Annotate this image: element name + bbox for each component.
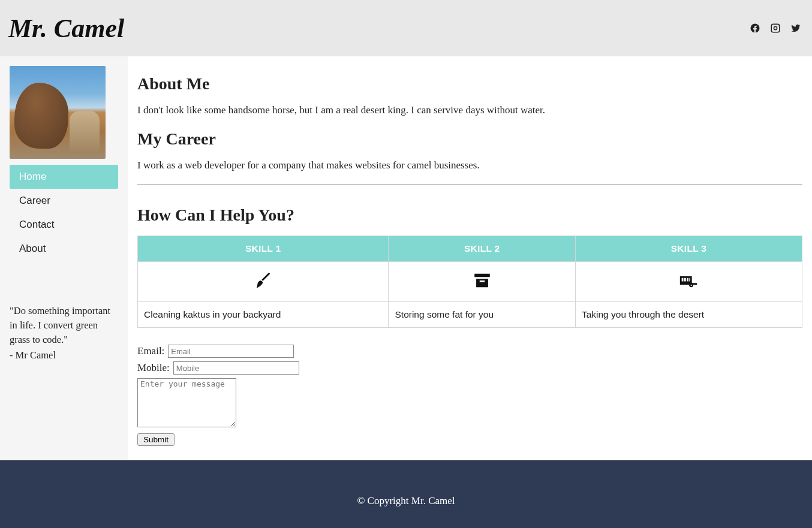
help-heading: How Can I Help You? <box>137 206 802 225</box>
mobile-label: Mobile: <box>137 362 170 374</box>
quote-text: "Do something important in life. I conve… <box>10 304 118 347</box>
mobile-field[interactable] <box>173 361 299 375</box>
instagram-icon[interactable] <box>770 23 781 34</box>
table-icon-row <box>138 262 802 302</box>
table-header-row: SKILL 1 SKILL 2 SKILL 3 <box>138 236 802 262</box>
contact-form: Email: Mobile: Submit <box>137 345 802 446</box>
sidebar-item-contact[interactable]: Contact <box>10 213 118 237</box>
skill-desc-2: Storing some fat for you <box>389 302 575 328</box>
skill-header-1: SKILL 1 <box>138 236 389 262</box>
sidebar-item-about[interactable]: About <box>10 237 118 261</box>
sidebar-item-career[interactable]: Career <box>10 189 118 213</box>
archive-icon <box>389 262 575 302</box>
divider <box>137 185 802 185</box>
sidebar-nav: Home Career Contact About <box>10 165 118 261</box>
skills-table: SKILL 1 SKILL 2 SKILL 3 Cleaning kaktus … <box>137 236 802 328</box>
twitter-icon[interactable] <box>790 23 801 34</box>
career-text: I work as a web developer for a company … <box>137 159 802 171</box>
about-text: I don't look like some handsome horse, b… <box>137 104 802 116</box>
trailer-icon <box>575 262 802 302</box>
table-desc-row: Cleaning kaktus in your backyard Storing… <box>138 302 802 328</box>
skill-desc-3: Taking you through the desert <box>575 302 802 328</box>
quote-author: - Mr Camel <box>10 348 118 363</box>
career-heading: My Career <box>137 129 802 149</box>
social-links <box>750 23 801 34</box>
footer-text: © Copyright Mr. Camel <box>357 495 455 506</box>
skill-desc-1: Cleaning kaktus in your backyard <box>138 302 389 328</box>
facebook-icon[interactable] <box>750 23 760 34</box>
main-content: About Me I don't look like some handsome… <box>128 56 812 460</box>
about-heading: About Me <box>137 74 802 93</box>
site-header: Mr. Camel <box>0 0 812 56</box>
email-label: Email: <box>137 345 164 357</box>
sidebar: Home Career Contact About "Do something … <box>0 56 128 460</box>
message-field[interactable] <box>137 378 236 427</box>
submit-button[interactable]: Submit <box>137 433 175 446</box>
avatar <box>10 66 106 159</box>
brand-title: Mr. Camel <box>8 13 124 44</box>
skill-header-2: SKILL 2 <box>389 236 575 262</box>
skill-header-3: SKILL 3 <box>575 236 802 262</box>
site-footer: © Copyright Mr. Camel <box>0 460 812 528</box>
sidebar-quote: "Do something important in life. I conve… <box>10 304 118 363</box>
email-field[interactable] <box>168 345 294 358</box>
sidebar-item-home[interactable]: Home <box>10 165 118 189</box>
broom-icon <box>138 262 389 302</box>
